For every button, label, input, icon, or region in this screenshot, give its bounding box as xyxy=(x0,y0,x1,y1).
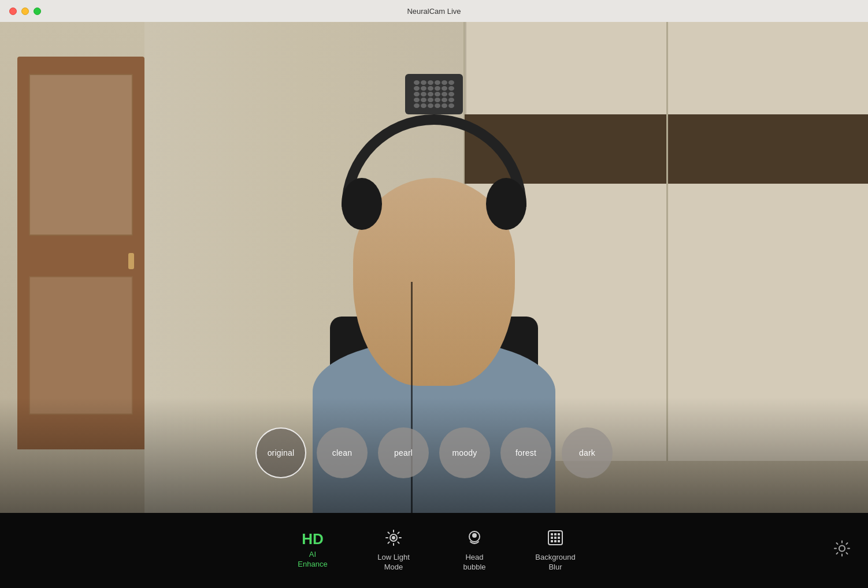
ai-enhance-label: AIEnhance xyxy=(298,550,327,570)
svg-rect-18 xyxy=(558,537,560,539)
ai-enhance-button[interactable]: HD AIEnhance xyxy=(272,531,353,570)
toolbar: HD AIEnhance Low Li xyxy=(0,513,868,588)
main-content: original clean pearl moody forest dark H… xyxy=(0,22,868,588)
boombox xyxy=(405,74,463,114)
wardrobe-divider xyxy=(666,22,668,461)
filter-original[interactable]: original xyxy=(255,427,306,478)
boombox-grid xyxy=(414,80,454,108)
low-light-button[interactable]: Low LightMode xyxy=(353,529,434,572)
svg-rect-16 xyxy=(551,537,553,539)
background-blur-icon xyxy=(547,529,564,549)
svg-rect-17 xyxy=(554,537,557,539)
head-bubble-button[interactable]: Headbubble xyxy=(434,529,515,572)
door-panel-bottom xyxy=(29,276,133,415)
camera-feed: original clean pearl moody forest dark xyxy=(0,22,868,513)
svg-point-11 xyxy=(472,533,477,538)
window-controls xyxy=(9,8,41,15)
minimize-button[interactable] xyxy=(21,8,29,15)
filter-row: original clean pearl moody forest dark xyxy=(0,427,868,478)
svg-point-22 xyxy=(839,546,845,552)
svg-line-7 xyxy=(398,532,399,533)
close-button[interactable] xyxy=(9,8,17,15)
app-title: NeuralCam Live xyxy=(407,7,461,16)
svg-line-6 xyxy=(398,542,399,543)
settings-button[interactable] xyxy=(833,540,851,561)
svg-line-5 xyxy=(388,532,390,533)
filter-dark[interactable]: dark xyxy=(562,427,613,478)
low-light-icon xyxy=(385,529,402,549)
head-bubble-label: Headbubble xyxy=(463,553,485,572)
headphone-right-cup xyxy=(486,178,526,230)
background-blur-label: BackgroundBlur xyxy=(535,553,575,572)
filter-clean[interactable]: clean xyxy=(317,427,368,478)
svg-line-8 xyxy=(388,542,390,543)
svg-rect-20 xyxy=(554,540,557,542)
filter-moody[interactable]: moody xyxy=(439,427,490,478)
headphone-left-cup xyxy=(342,178,382,230)
hd-badge: HD xyxy=(302,531,324,546)
maximize-button[interactable] xyxy=(34,8,41,15)
titlebar: NeuralCam Live xyxy=(0,0,868,22)
svg-rect-13 xyxy=(551,533,553,535)
svg-rect-19 xyxy=(551,540,553,542)
svg-rect-15 xyxy=(558,533,560,535)
svg-rect-14 xyxy=(554,533,557,535)
door-handle xyxy=(128,253,134,269)
filter-forest[interactable]: forest xyxy=(500,427,551,478)
background-blur-button[interactable]: BackgroundBlur xyxy=(515,529,596,572)
head-bubble-icon xyxy=(466,529,483,549)
filter-pearl[interactable]: pearl xyxy=(378,427,429,478)
door xyxy=(17,57,144,449)
svg-rect-21 xyxy=(558,540,560,542)
door-panel-top xyxy=(29,74,133,236)
svg-point-9 xyxy=(392,536,395,539)
low-light-label: Low LightMode xyxy=(377,553,410,572)
